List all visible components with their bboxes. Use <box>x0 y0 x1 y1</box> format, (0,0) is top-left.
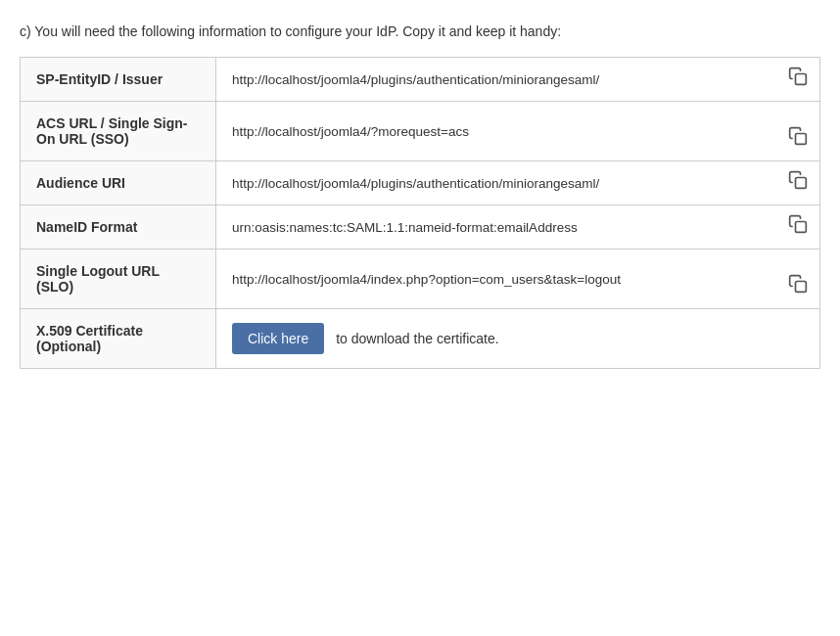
table-row: Audience URIhttp://localhost/joomla4/plu… <box>21 161 820 205</box>
value-text-4: http://localhost/joomla4/index.php?optio… <box>232 272 621 287</box>
section-header: c) You will need the following informati… <box>20 23 820 39</box>
row-value-1: http://localhost/joomla4/?morequest=acs <box>216 102 820 161</box>
copy-button-4[interactable] <box>786 272 810 298</box>
row-label-2: Audience URI <box>21 161 216 205</box>
copy-button-2[interactable] <box>786 168 810 195</box>
row-value-2: http://localhost/joomla4/plugins/authent… <box>216 161 820 205</box>
value-text-0: http://localhost/joomla4/plugins/authent… <box>232 72 599 87</box>
table-row: ACS URL / Single Sign-On URL (SSO)http:/… <box>21 102 820 161</box>
row-value-4: http://localhost/joomla4/index.php?optio… <box>216 250 820 309</box>
certificate-suffix-text: to download the certificate. <box>332 331 498 346</box>
table-row: SP-EntityID / Issuerhttp://localhost/joo… <box>21 58 820 102</box>
svg-rect-3 <box>796 222 807 233</box>
row-label-3: NameID Format <box>21 205 216 250</box>
svg-rect-1 <box>796 134 807 145</box>
svg-rect-2 <box>796 178 807 189</box>
table-row: Single Logout URL (SLO)http://localhost/… <box>21 250 820 309</box>
value-text-3: urn:oasis:names:tc:SAML:1.1:nameid-forma… <box>232 220 578 235</box>
copy-button-0[interactable] <box>786 65 810 91</box>
row-value-3: urn:oasis:names:tc:SAML:1.1:nameid-forma… <box>216 205 820 250</box>
svg-rect-0 <box>796 74 807 85</box>
row-label-0: SP-EntityID / Issuer <box>21 58 216 102</box>
row-label-4: Single Logout URL (SLO) <box>21 250 216 309</box>
row-label-1: ACS URL / Single Sign-On URL (SSO) <box>21 102 216 161</box>
copy-button-1[interactable] <box>786 124 810 151</box>
row-value-0: http://localhost/joomla4/plugins/authent… <box>216 58 820 102</box>
info-table: SP-EntityID / Issuerhttp://localhost/joo… <box>20 57 820 369</box>
row-label-5: X.509 Certificate (Optional) <box>21 309 216 369</box>
row-value-5: Click here to download the certificate. <box>216 309 820 369</box>
copy-button-3[interactable] <box>786 212 810 239</box>
value-text-2: http://localhost/joomla4/plugins/authent… <box>232 176 599 191</box>
table-row: X.509 Certificate (Optional)Click here t… <box>21 309 820 369</box>
svg-rect-4 <box>796 282 807 293</box>
click-here-button[interactable]: Click here <box>232 323 324 354</box>
header-text: c) You will need the following informati… <box>20 23 561 39</box>
table-row: NameID Formaturn:oasis:names:tc:SAML:1.1… <box>21 205 820 250</box>
value-text-1: http://localhost/joomla4/?morequest=acs <box>232 124 469 139</box>
